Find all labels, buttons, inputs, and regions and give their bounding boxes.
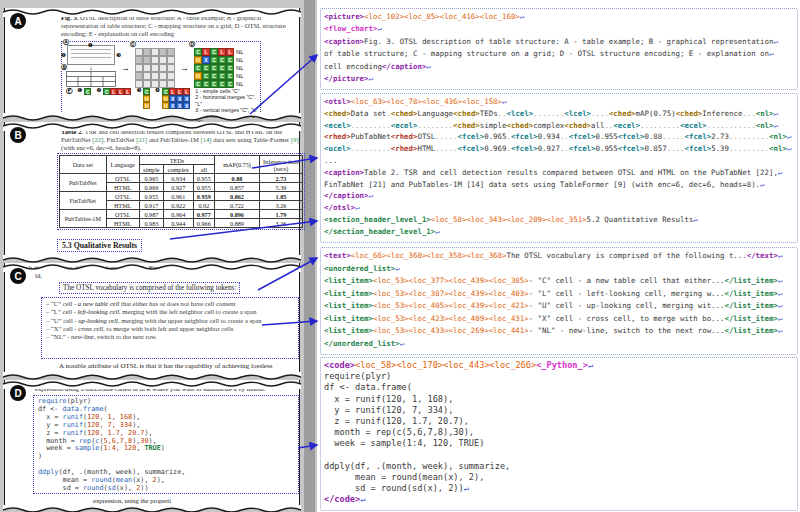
markup-line: </code>↵ [324, 494, 794, 505]
col-header: Language [106, 156, 139, 174]
token: - "X" cell - cross cell, to merge with b… [529, 314, 725, 323]
token: and PubTables-1M [147, 136, 200, 143]
token: left-looking cell [78, 308, 120, 315]
token: <ched> [564, 121, 591, 130]
marker-4-icon: ❹ [155, 88, 160, 94]
markup-line: cell encoding</caption>↵ [324, 61, 794, 73]
token: – “X” cell - [46, 325, 78, 332]
grid-cell: C [202, 80, 210, 88]
token: runif [63, 429, 83, 437]
markup-line: x = runif(120, 1, 168), [324, 394, 794, 405]
token: df <- data.frame( [324, 382, 412, 392]
token [38, 460, 42, 468]
grid-row: U [143, 95, 150, 102]
grid-row: C [143, 88, 150, 95]
markup-line: <rhed>PubTabNet<rhed>OTSL.....<fcel>0.96… [324, 131, 794, 143]
markup-line [324, 450, 794, 461]
results-table-box: Data setLanguageTEDsmAP(0.75)Inference t… [57, 153, 305, 230]
grid-cell [135, 72, 143, 80]
value-cell: 0.983 [139, 219, 163, 228]
markup-line: sd = round(sd(x), 2))↵ [324, 483, 794, 494]
grid-cell [143, 80, 151, 88]
token: require(plyr) [324, 371, 391, 381]
token: .... [667, 144, 685, 153]
token: ↵ [778, 289, 782, 298]
token: ↵ [400, 339, 404, 348]
token: – “C” cell - [46, 300, 78, 307]
table-example-thumbnail: Ⓐ ❶ ❷ ❸ [67, 45, 115, 65]
token: x = [38, 413, 63, 421]
token: – “NL” - [46, 333, 71, 340]
grid-cell [159, 64, 167, 72]
value-cell: 0.88 [215, 174, 260, 183]
token: <ecel> [324, 121, 351, 130]
code-intro-text: expression using a data.frame called df … [35, 385, 297, 393]
markup-line: </caption>↵ [324, 190, 794, 202]
paragraph-fragment: expression, using the properti [93, 497, 171, 505]
value-cell: 0.987 [139, 210, 163, 219]
panel-label-c: C [10, 268, 26, 284]
token: <caption> [324, 37, 364, 46]
token: <rhed> [391, 144, 418, 153]
grid-cell: C [143, 88, 150, 95]
markup-line: FinTabNet [21] and PubTables-1M [14] dat… [324, 179, 794, 191]
token: <fcel> [685, 144, 712, 153]
token: , merging with the upper neighbor cell t… [118, 317, 262, 324]
token: <code> [324, 360, 355, 370]
token: ↵ [769, 49, 773, 58]
page-excerpt-b: B Table 2. TSR and cell detection result… [4, 122, 300, 256]
token: <nl> [756, 121, 774, 130]
value-cell: 0.922 [163, 201, 193, 210]
col-header-group: TEDs [139, 156, 214, 165]
token: week = sample(1:4, 120, TRUE) [324, 438, 484, 448]
token: ↵ [778, 168, 782, 177]
grid-row: CLLL [162, 88, 190, 95]
markup-line: of table structure; C - mapping structur… [324, 48, 794, 60]
grid-cell: C [162, 88, 169, 95]
token: [21] [136, 136, 147, 143]
token: </list_item> [724, 289, 777, 298]
sub-label-d: Ⓓ [189, 41, 195, 47]
token: 0.955 [595, 132, 617, 141]
token: - "U" cell - up-looking cell, merging wi… [529, 301, 725, 310]
cell-encoding-legend: 1 - simple cells "C"2 - horizontal merge… [195, 88, 260, 126]
value-cell: HTML [106, 201, 139, 210]
token: (with enc=6, dec=6, heads=8). [61, 144, 141, 151]
figure-top-row: Ⓐ ❶ ❷ ❸ ↓ Ⓑ [66, 45, 243, 91]
value-cell: 0.889 [215, 219, 260, 228]
token: ..... [662, 132, 684, 141]
otsl-figure: Ⓐ ❶ ❷ ❸ ↓ Ⓑ [61, 41, 261, 114]
panel-label-b: B [10, 127, 26, 143]
grid-cell [151, 48, 159, 56]
tsr-results-table: Data setLanguageTEDsmAP(0.75)Inference t… [59, 155, 303, 228]
grid-cell: X [183, 95, 190, 102]
token: - "C" cell - a new table cell that eithe… [529, 276, 725, 285]
token: ↵ [588, 360, 593, 370]
token: <fcel> [511, 132, 538, 141]
token: <loc_58><loc_170><loc_443><loc_266> [355, 360, 536, 370]
markup-line: <unordered_list>↵ [324, 263, 794, 276]
markup-line: ... [324, 155, 794, 167]
grid-cell [151, 56, 159, 64]
token: ↵ [369, 191, 373, 200]
markup-line: sd = round(sd(x), 2)) [38, 485, 294, 493]
token: <flow_chart> [324, 24, 377, 33]
token: (df, .(month, week), summarize, [58, 468, 185, 476]
value-cell: 3.26 [260, 201, 303, 210]
grid-cell: C [226, 72, 234, 80]
grid-cell [159, 48, 167, 56]
list-item: – “U” cell - up-looking cell, merging wi… [46, 317, 294, 325]
token: <fcel> [569, 144, 596, 153]
table-thumbnail-line [71, 49, 111, 50]
grid-cell: U [194, 72, 202, 80]
grid-cell [167, 48, 175, 56]
table-row: FinTabNetOTSL0.9550.9610.9590.8621.85 [60, 192, 303, 201]
token: 120, 1, 168 [87, 413, 132, 421]
grid-cell: X [183, 102, 190, 109]
token: (x), [132, 476, 152, 484]
token: , FinTabNet [103, 136, 136, 143]
value-cell: 0.955 [139, 192, 163, 201]
token: df <- [38, 405, 63, 413]
token: <nl> [769, 132, 787, 141]
token: 5,6,7,8 [103, 437, 132, 445]
